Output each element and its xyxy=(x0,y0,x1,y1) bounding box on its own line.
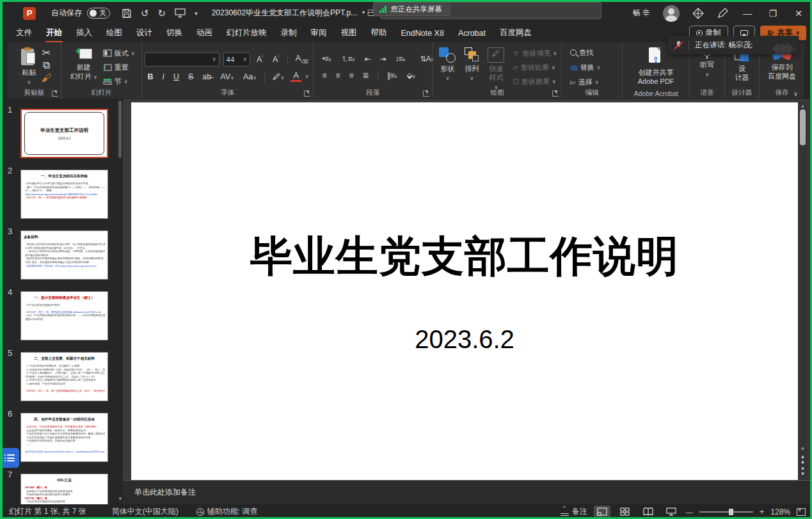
slide-thumbnail-2[interactable]: 一、毕业生党员组织关系转移· 尚无接收单位工作单位暂不着急办理组织关系转出手续·… xyxy=(20,170,108,219)
tab-3[interactable]: 绘图 xyxy=(99,24,129,42)
paragraph-dialog-launcher[interactable] xyxy=(423,90,429,97)
cut-icon[interactable]: ✂ xyxy=(42,47,52,58)
accessibility-status[interactable]: 辅助功能: 调查 xyxy=(196,506,258,517)
tab-11[interactable]: 帮助 xyxy=(364,24,394,42)
scrollbar-thumb[interactable] xyxy=(800,109,806,145)
scroll-down-icon[interactable]: ▼ xyxy=(798,446,808,452)
slide-thumbnail-6[interactable]: 四、召开毕业支部最后一次组织生活会· 会议记录：毕业生党员组织关系、支部委员会换… xyxy=(20,413,108,462)
reading-view-button[interactable] xyxy=(640,506,657,518)
section-button[interactable]: 节∨ xyxy=(101,76,137,87)
replace-button[interactable]: ab̲替换∨ xyxy=(568,61,602,73)
meet-now-icon[interactable] xyxy=(692,8,704,19)
tab-file[interactable]: 文件 xyxy=(9,24,39,42)
tab-13[interactable]: Acrobat xyxy=(451,26,493,42)
layout-button[interactable]: 版式∨ xyxy=(101,47,137,59)
slideshow-view-button[interactable] xyxy=(663,506,680,518)
align-left-icon[interactable]: ≡ xyxy=(320,71,328,80)
copy-icon[interactable]: ⧉ xyxy=(42,60,52,70)
grow-font-button[interactable]: Aˆ xyxy=(254,54,266,65)
font-size-combobox[interactable]: 44∨ xyxy=(223,52,250,67)
change-case-button[interactable]: Aa∨ xyxy=(241,72,259,82)
slide-thumbnail-1[interactable]: 毕业生党支部工作说明2023.6.2 xyxy=(20,109,108,158)
zoom-out-button[interactable]: — xyxy=(686,508,693,516)
minimize-button[interactable]: — xyxy=(741,8,754,19)
avatar[interactable] xyxy=(663,5,680,22)
slide-editor[interactable]: 毕业生党支部工作说明 2023.6.2 xyxy=(131,102,798,480)
shape-outline-button[interactable]: ▱形状轮廓∨ xyxy=(511,61,559,73)
autosave-toggle[interactable]: 关 xyxy=(87,8,110,19)
tab-6[interactable]: 动画 xyxy=(189,24,219,42)
zoom-in-button[interactable]: + xyxy=(760,507,765,516)
convert-smartart-icon[interactable]: ⬙∨ xyxy=(404,71,417,80)
previous-slide-button[interactable]: ▲▲ xyxy=(798,454,808,465)
tab-5[interactable]: 切换 xyxy=(159,24,189,42)
slide-title-text[interactable]: 毕业生党支部工作说明 xyxy=(131,228,798,285)
align-center-icon[interactable]: ≡ xyxy=(333,71,341,80)
shapes-button[interactable]: 形状∨ xyxy=(435,46,459,83)
shrink-font-button[interactable]: Aˇ xyxy=(270,54,282,65)
zoom-slider[interactable] xyxy=(699,511,753,513)
new-slide-button[interactable]: + 新建幻灯片 ∨ xyxy=(67,46,101,83)
shape-fill-button[interactable]: 🜄形状填充∨ xyxy=(511,47,559,59)
ink-pen-icon[interactable] xyxy=(717,8,728,19)
tab-8[interactable]: 录制 xyxy=(274,24,304,42)
redo-icon[interactable]: ↻ xyxy=(158,8,166,19)
font-name-combobox[interactable]: ∨ xyxy=(145,52,219,67)
powerpoint-app-icon[interactable]: P xyxy=(23,7,36,20)
zoom-level[interactable]: 128% xyxy=(770,507,790,516)
justify-icon[interactable]: ≣ xyxy=(361,71,370,80)
tab-1[interactable]: 开始 xyxy=(39,24,69,42)
arrange-button[interactable]: 排列∨ xyxy=(459,46,484,83)
strikethrough-button[interactable]: S xyxy=(186,72,196,82)
slide-date-text[interactable]: 2023.6.2 xyxy=(131,325,798,354)
clipboard-dialog-launcher[interactable] xyxy=(52,90,58,97)
start-slideshow-icon[interactable] xyxy=(175,8,186,18)
tab-2[interactable]: 插入 xyxy=(69,24,99,42)
restore-button[interactable]: ❐ xyxy=(767,8,779,19)
shape-effects-button[interactable]: ⬡形状效果∨ xyxy=(511,76,559,87)
close-button[interactable]: ✕ xyxy=(792,8,805,19)
select-button[interactable]: ▻选择∨ xyxy=(568,76,600,88)
next-slide-button[interactable]: ▼▼ xyxy=(798,467,808,477)
save-icon[interactable] xyxy=(122,8,132,19)
tab-4[interactable]: 设计 xyxy=(129,24,159,42)
reset-button[interactable]: 重置 xyxy=(101,61,137,73)
collapse-ribbon-icon[interactable]: ∨ xyxy=(793,90,798,97)
paste-button[interactable]: 粘贴∨ xyxy=(17,46,42,87)
drawing-dialog-launcher[interactable] xyxy=(552,90,559,97)
meeting-panel-tab[interactable] xyxy=(0,448,19,468)
clear-formatting-button[interactable]: A⌫ xyxy=(293,53,311,65)
notes-toggle-button[interactable]: 备注 xyxy=(561,506,587,517)
tab-9[interactable]: 审阅 xyxy=(304,24,334,42)
tab-12[interactable]: EndNote X8 xyxy=(394,26,451,42)
align-right-icon[interactable]: ≡ xyxy=(347,71,355,80)
scroll-up-icon[interactable]: ▲ xyxy=(798,103,808,109)
find-button[interactable]: 查找 xyxy=(568,47,595,58)
slide-counter[interactable]: 幻灯片 第 1 张, 共 7 张 xyxy=(9,506,86,517)
normal-view-button[interactable] xyxy=(594,506,610,518)
language-status[interactable]: 简体中文(中国大陆) xyxy=(112,506,179,517)
document-title[interactable]: 20230602毕业生党支部工作说明会PPT.p... xyxy=(212,8,357,19)
columns-icon[interactable]: ∥≡∨ xyxy=(385,71,399,80)
fit-slide-to-window-icon[interactable] xyxy=(797,508,806,516)
slide-thumbnail-3[interactable]: 必备材料:· 党员本人持学校开具的组织关系介绍信、本人档案等材料到接收单位党组织… xyxy=(20,230,108,280)
character-spacing-button[interactable]: AV∨ xyxy=(218,72,237,82)
format-painter-icon[interactable]: 🖌 xyxy=(42,73,52,83)
notes-pane[interactable]: 单击此处添加备注 xyxy=(123,480,812,504)
font-color-button[interactable]: A xyxy=(291,71,301,83)
tab-10[interactable]: 视图 xyxy=(334,24,364,42)
slide-thumbnail-7[interactable]: DDL汇总6月14日（周三）前· 支部统计毕业后暂留组织关系党员信息表· 完成党… xyxy=(20,474,108,504)
italic-button[interactable]: I xyxy=(160,72,167,82)
bold-button[interactable]: B xyxy=(145,72,155,82)
font-dialog-launcher[interactable] xyxy=(304,90,310,97)
highlight-color-button[interactable]: 🖉∨ xyxy=(270,72,287,82)
numbering-icon[interactable]: ⒈≡∨ xyxy=(339,54,357,65)
decrease-indent-icon[interactable]: ⇤ xyxy=(362,54,372,63)
slide-thumbnail-4[interactable]: 一、统计支部特殊情况毕业生（硕士）· 已毕业但党员关系暂留学校的· 6月14日（… xyxy=(20,291,108,340)
bullets-icon[interactable]: •≡∨ xyxy=(320,54,333,63)
tab-14[interactable]: 百度网盘 xyxy=(493,24,539,42)
text-shadow-button[interactable]: ab̶ xyxy=(200,72,214,82)
increase-indent-icon[interactable]: ⇥ xyxy=(378,54,387,63)
undo-icon[interactable]: ↺ xyxy=(141,8,149,19)
underline-button[interactable]: U xyxy=(171,72,182,82)
